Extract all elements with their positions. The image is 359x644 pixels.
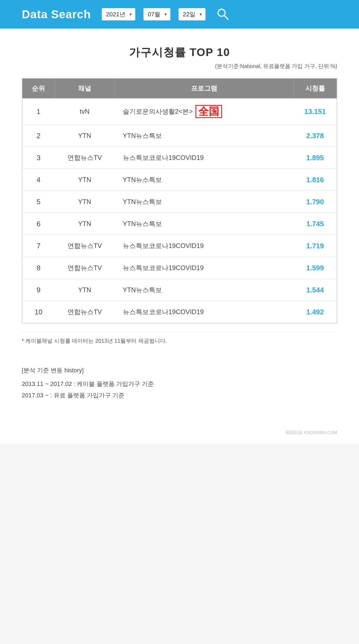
- history-item: 2017.03 ~ : 유료 플랫폼 가입가구 기준: [22, 391, 337, 400]
- chinese-stamp: 全国: [195, 105, 222, 118]
- table-row: 4YTNYTN뉴스특보1.816: [22, 169, 337, 191]
- history-section: [분석 기준 변동 history] 2013.11 ~ 2017.02 : 케…: [22, 366, 337, 400]
- table-row: 5YTNYTN뉴스특보1.790: [22, 191, 337, 213]
- cell-rating: 13.151: [293, 98, 337, 125]
- cell-program: 뉴스특보코로나19COVID19: [115, 257, 293, 279]
- cell-channel: YTN: [55, 279, 115, 301]
- cell-program: YTN뉴스특보: [115, 213, 293, 235]
- table-row: 6YTNYTN뉴스특보1.745: [22, 213, 337, 235]
- cell-rating: 1.599: [293, 257, 337, 279]
- cell-rank: 7: [22, 235, 55, 257]
- cell-rank: 9: [22, 279, 55, 301]
- cell-rating: 1.895: [293, 147, 337, 169]
- history-title: [분석 기준 변동 history]: [22, 366, 337, 374]
- cell-channel: YTN: [55, 191, 115, 213]
- cell-program: 뉴스특보코로나19COVID19: [115, 147, 293, 169]
- cell-program: YTN뉴스특보: [115, 169, 293, 191]
- cell-channel: tvN: [55, 98, 115, 125]
- cell-program: YTN뉴스특보: [115, 125, 293, 147]
- cell-rank: 3: [22, 147, 55, 169]
- cell-channel: YTN: [55, 213, 115, 235]
- cell-rank: 8: [22, 257, 55, 279]
- year-select-wrapper: 2021년 ▼: [102, 8, 135, 20]
- cell-program: YTN뉴스특보: [115, 191, 293, 213]
- cell-channel: 연합뉴스TV: [55, 301, 115, 323]
- table-row: 8연합뉴스TV뉴스특보코로나19COVID191.599: [22, 257, 337, 279]
- page-title: Data Search: [22, 8, 91, 21]
- search-button[interactable]: [216, 8, 229, 21]
- cell-program: 뉴스특보코로나19COVID19: [115, 235, 293, 257]
- table-row: 9YTNYTN뉴스특보1.544: [22, 279, 337, 301]
- cell-rating: 1.816: [293, 169, 337, 191]
- cell-program: 뉴스특보코로나19COVID19: [115, 301, 293, 323]
- svg-line-1: [224, 16, 228, 19]
- cell-rating: 1.745: [293, 213, 337, 235]
- cell-rank: 10: [22, 301, 55, 323]
- cell-rating: 1.790: [293, 191, 337, 213]
- day-select-wrapper: 22일 ▼: [179, 8, 205, 20]
- section-title: 가구시청률 TOP 10: [22, 45, 337, 60]
- cell-rating: 2.378: [293, 125, 337, 147]
- table-header-row: 순위 채널 프로그램 시청률: [22, 78, 337, 98]
- cell-rank: 4: [22, 169, 55, 191]
- main-content: 가구시청률 TOP 10 (분석기준:National, 유료플랫폼 가입 가구…: [0, 29, 359, 425]
- col-header-program: 프로그램: [115, 78, 293, 98]
- cell-rank: 5: [22, 191, 55, 213]
- cell-program: YTN뉴스특보: [115, 279, 293, 301]
- month-select[interactable]: 07월: [143, 8, 170, 20]
- cell-rank: 2: [22, 125, 55, 147]
- section-subtitle: (분석기준:National, 유료플랫폼 가입 가구, 단위:%): [22, 63, 337, 70]
- cell-rank: 6: [22, 213, 55, 235]
- history-item: 2013.11 ~ 2017.02 : 케이블 플랫폼 가입가구 기준: [22, 380, 337, 388]
- month-select-wrapper: 07월 ▼: [143, 8, 170, 20]
- table-row: 7연합뉴스TV뉴스특보코로나19COVID191.719: [22, 235, 337, 257]
- cell-channel: 연합뉴스TV: [55, 235, 115, 257]
- col-header-channel: 채널: [55, 78, 115, 98]
- cell-rating: 1.719: [293, 235, 337, 257]
- cell-rating: 1.544: [293, 279, 337, 301]
- program-text: 슬기로운의사생활2<본>: [123, 107, 193, 116]
- cell-program: 슬기로운의사생활2<본>全国: [115, 98, 293, 125]
- header: Data Search 2021년 ▼ 07월 ▼ 22일 ▼: [0, 0, 359, 29]
- cell-channel: 연합뉴스TV: [55, 147, 115, 169]
- cell-channel: YTN: [55, 169, 115, 191]
- table-row: 1tvN슬기로운의사생활2<본>全国13.151: [22, 98, 337, 125]
- footer-note: * 케이블채널 시청률 데이터는 2013년 11월부터 제공됩니다.: [22, 332, 337, 350]
- cell-rank: 1: [22, 98, 55, 125]
- col-header-rank: 순위: [22, 78, 55, 98]
- col-header-rating: 시청률: [293, 78, 337, 98]
- ratings-table: 순위 채널 프로그램 시청률 1tvN슬기로운의사생활2<본>全国13.1512…: [22, 78, 337, 323]
- cell-rating: 1.492: [293, 301, 337, 323]
- year-select[interactable]: 2021년: [102, 8, 135, 20]
- table-row: 3연합뉴스TV뉴스특보코로나19COVID191.895: [22, 147, 337, 169]
- table-row: 2YTNYTN뉴스특보2.378: [22, 125, 337, 147]
- day-select[interactable]: 22일: [179, 8, 205, 20]
- cell-channel: 연합뉴스TV: [55, 257, 115, 279]
- cell-channel: YTN: [55, 125, 115, 147]
- watermark: 韩剧社区 KRDRAMA.COM: [0, 425, 359, 444]
- table-row: 10연합뉴스TV뉴스특보코로나19COVID191.492: [22, 301, 337, 323]
